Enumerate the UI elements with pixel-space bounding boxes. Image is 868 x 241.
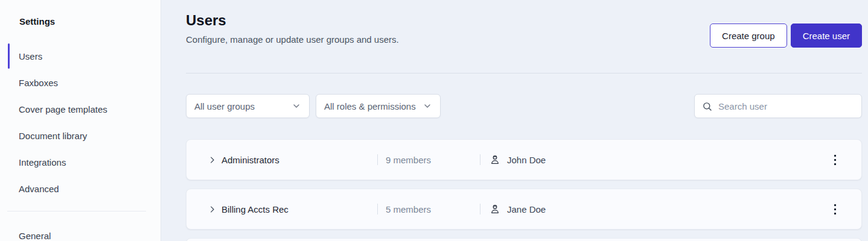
sidebar-item-label: Users <box>19 51 42 61</box>
user-group-list: Administrators 9 members John Doe Billin… <box>186 139 862 241</box>
sidebar-item-general[interactable]: General <box>0 222 161 241</box>
sidebar-item-cover-page-templates[interactable]: Cover page templates <box>0 96 161 122</box>
sidebar-item-faxboxes[interactable]: Faxboxes <box>0 69 161 96</box>
group-owner-name: John Doe <box>507 155 546 165</box>
sidebar-item-advanced[interactable]: Advanced <box>0 175 161 202</box>
user-groups-filter-dropdown[interactable]: All user groups <box>186 94 310 118</box>
user-groups-filter-value: All user groups <box>194 101 255 111</box>
page-header: Users Configure, manage or update user g… <box>186 12 862 48</box>
users-page: Users Configure, manage or update user g… <box>161 0 868 241</box>
sidebar-divider <box>7 211 146 211</box>
chevron-right-icon[interactable] <box>207 204 217 214</box>
row-menu-kebab-icon[interactable] <box>832 152 838 167</box>
sidebar-item-integrations[interactable]: Integrations <box>0 149 161 175</box>
filter-bar: All user groups All roles & permissions <box>186 94 862 118</box>
user-icon <box>490 204 500 214</box>
search-icon <box>702 101 712 111</box>
group-owner: John Doe <box>480 154 546 165</box>
create-user-button[interactable]: Create user <box>791 23 862 48</box>
create-group-button[interactable]: Create group <box>710 23 787 48</box>
page-subtitle: Configure, manage or update user groups … <box>186 34 399 45</box>
settings-sidebar: Settings Users Faxboxes Cover page templ… <box>0 0 161 241</box>
sidebar-item-label: Cover page templates <box>19 104 107 114</box>
header-actions: Create group Create user <box>710 23 862 48</box>
sidebar-item-label: Advanced <box>19 184 59 194</box>
settings-app: Settings Users Faxboxes Cover page templ… <box>0 0 868 241</box>
sidebar-item-label: General <box>19 231 51 241</box>
sidebar-title: Settings <box>0 0 161 27</box>
roles-permissions-filter-dropdown[interactable]: All roles & permissions <box>316 94 441 118</box>
group-row-partial[interactable] <box>186 238 862 241</box>
group-member-count: 9 members <box>378 155 480 165</box>
sidebar-item-label: Integrations <box>19 157 66 167</box>
search-user-input[interactable] <box>718 101 854 111</box>
sidebar-item-document-library[interactable]: Document library <box>0 122 161 149</box>
chevron-down-icon <box>292 101 301 111</box>
group-row-billing-accts-rec[interactable]: Billing Accts Rec 5 members Jane Doe <box>186 189 862 230</box>
page-title: Users <box>186 12 399 29</box>
sidebar-item-label: Document library <box>19 131 87 141</box>
row-menu-kebab-icon[interactable] <box>832 202 838 217</box>
group-owner-name: Jane Doe <box>507 204 546 214</box>
group-member-count: 5 members <box>378 204 480 214</box>
group-row-administrators[interactable]: Administrators 9 members John Doe <box>186 139 862 180</box>
group-owner: Jane Doe <box>480 204 546 214</box>
roles-permissions-filter-value: All roles & permissions <box>324 101 416 111</box>
sidebar-item-users[interactable]: Users <box>0 43 161 69</box>
sidebar-item-label: Faxboxes <box>19 78 58 88</box>
group-name: Administrators <box>222 155 377 165</box>
user-icon <box>490 154 500 165</box>
group-name: Billing Accts Rec <box>222 204 377 214</box>
chevron-down-icon <box>423 101 432 111</box>
header-divider <box>186 73 862 74</box>
chevron-right-icon[interactable] <box>207 155 217 164</box>
search-user-box <box>694 94 862 118</box>
sidebar-nav: Users Faxboxes Cover page templates Docu… <box>0 43 161 241</box>
